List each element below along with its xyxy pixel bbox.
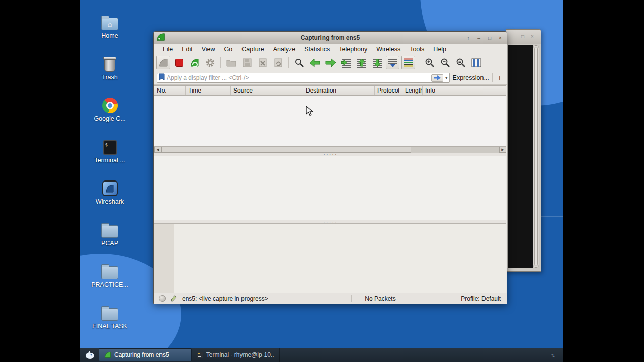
status-profile[interactable]: Profile: Default — [461, 295, 501, 302]
titlebar[interactable]: Capturing from ens5 ↑ – □ × — [154, 32, 507, 44]
find-packet-icon[interactable] — [292, 56, 306, 69]
desktop-icon-label: Terminal ... — [89, 157, 131, 164]
bookmark-icon[interactable] — [159, 73, 165, 83]
go-back-icon[interactable] — [308, 56, 321, 69]
desktop-icon-pcap[interactable]: PCAP — [89, 220, 131, 247]
column-destination[interactable]: Destination — [303, 86, 375, 95]
terminal-window[interactable]: – □ × — [506, 29, 541, 272]
go-to-packet-icon[interactable] — [339, 56, 353, 69]
display-filter-input[interactable] — [167, 74, 429, 81]
menu-wireless[interactable]: Wireless — [372, 46, 405, 53]
open-file-icon[interactable] — [224, 56, 238, 69]
folder-icon — [89, 261, 131, 279]
menu-help[interactable]: Help — [429, 46, 451, 53]
reload-file-icon[interactable] — [271, 56, 285, 69]
resize-columns-icon[interactable] — [469, 56, 483, 69]
capture-options-icon[interactable] — [203, 56, 217, 69]
add-filter-button[interactable]: + — [496, 74, 504, 82]
menu-capture[interactable]: Capture — [237, 46, 268, 53]
desktop: ⌂ Home Trash Google C... $ _ Terminal ..… — [80, 0, 564, 348]
scroll-left-icon[interactable]: ◀ — [154, 147, 162, 153]
menu-edit[interactable]: Edit — [177, 46, 197, 53]
close-icon[interactable]: × — [496, 34, 505, 42]
column-info[interactable]: Info — [423, 86, 506, 95]
zoom-out-icon[interactable] — [438, 56, 452, 69]
go-forward-icon[interactable] — [324, 56, 337, 69]
applications-menu-button[interactable] — [80, 348, 99, 362]
column-length[interactable]: Length — [403, 86, 423, 95]
hscrollbar-thumb[interactable] — [162, 147, 411, 153]
close-icon[interactable]: × — [528, 33, 536, 41]
menu-view[interactable]: View — [197, 46, 220, 53]
scroll-right-icon[interactable]: ▶ — [499, 147, 506, 153]
expression-button[interactable]: Expression... — [453, 74, 489, 81]
desktop-icon-label: Trash — [89, 74, 131, 81]
desktop-icon-practice[interactable]: PRACTICE... — [89, 261, 131, 288]
taskbar-item-terminal[interactable]: Terminal - rhyme@ip-10... — [192, 348, 280, 362]
separator — [351, 295, 352, 302]
go-last-packet-icon[interactable] — [370, 56, 384, 69]
wireshark-capture-icon — [104, 351, 111, 358]
network-traffic-icon[interactable]: ↑↓ — [551, 348, 554, 362]
restart-capture-icon[interactable] — [188, 56, 201, 69]
column-source[interactable]: Source — [231, 86, 303, 95]
chrome-icon — [89, 95, 131, 113]
wireshark-window: Capturing from ens5 ↑ – □ × File Edit Vi… — [153, 31, 507, 304]
desktop-icon-terminal[interactable]: $ _ Terminal ... — [89, 137, 131, 164]
auto-scroll-icon[interactable] — [386, 56, 399, 69]
save-file-icon[interactable] — [240, 56, 254, 69]
capture-comment-icon[interactable] — [170, 294, 177, 303]
minimize-icon[interactable]: – — [474, 34, 484, 42]
menu-go[interactable]: Go — [220, 46, 237, 53]
column-no[interactable]: No. — [154, 86, 186, 95]
main-toolbar — [154, 54, 507, 71]
display-filter-box[interactable]: ▾ — [157, 73, 450, 83]
folder-icon — [89, 303, 131, 321]
packet-list-header: No. Time Source Destination Protocol Len… — [154, 85, 506, 96]
menu-file[interactable]: File — [158, 46, 177, 53]
desktop-icon-label: Home — [89, 32, 131, 39]
column-time[interactable]: Time — [186, 86, 231, 95]
desktop-icon-label: PRACTICE... — [89, 281, 131, 288]
separator — [492, 73, 493, 82]
statusbar: ens5: <live capture in progress> No Pack… — [154, 293, 507, 304]
menu-statistics[interactable]: Statistics — [300, 46, 334, 53]
terminal-titlebar[interactable]: – □ × — [506, 30, 541, 44]
trash-icon — [89, 54, 131, 72]
whisker-menu-icon — [84, 350, 95, 359]
zoom-in-icon[interactable] — [423, 56, 436, 69]
home-folder-icon: ⌂ — [89, 12, 131, 30]
terminal-scrollbar[interactable] — [533, 45, 539, 268]
maximize-icon[interactable]: □ — [519, 33, 527, 41]
apply-filter-button[interactable] — [431, 74, 443, 82]
taskbar-item-label: Terminal - rhyme@ip-10... — [206, 351, 274, 358]
maximize-icon[interactable]: □ — [485, 34, 494, 42]
terminal-icon: $ _ — [89, 137, 131, 155]
menu-analyze[interactable]: Analyze — [269, 46, 300, 53]
stop-capture-icon[interactable] — [172, 56, 186, 69]
status-capture-text: ens5: <live capture in progress> — [182, 295, 268, 302]
shade-icon[interactable]: ↑ — [464, 34, 473, 42]
desktop-icon-trash[interactable]: Trash — [89, 54, 131, 81]
desktop-icon-home[interactable]: ⌂ Home — [89, 12, 131, 39]
desktop-icon-google-chrome[interactable]: Google C... — [89, 95, 131, 122]
terminal-icon — [197, 352, 203, 358]
filter-history-dropdown-icon[interactable]: ▾ — [445, 75, 448, 80]
expert-info-icon[interactable] — [159, 295, 166, 302]
desktop-icon-final-task[interactable]: FINAL TASK — [89, 303, 131, 330]
minimize-icon[interactable]: – — [509, 33, 517, 41]
hscrollbar-track[interactable] — [411, 147, 499, 153]
zoom-reset-icon[interactable] — [454, 56, 467, 69]
taskbar-item-label: Capturing from ens5 — [114, 351, 169, 358]
column-protocol[interactable]: Protocol — [375, 86, 403, 95]
menu-telephony[interactable]: Telephony — [334, 46, 372, 53]
taskbar-item-wireshark[interactable]: Capturing from ens5 — [99, 348, 192, 361]
close-file-icon[interactable] — [256, 56, 269, 69]
menu-tools[interactable]: Tools — [405, 46, 429, 53]
start-capture-icon[interactable] — [156, 56, 170, 69]
go-first-packet-icon[interactable] — [355, 56, 368, 69]
packet-bytes-offset-column — [154, 224, 174, 293]
desktop-icon-wireshark[interactable]: Wireshark — [89, 178, 131, 205]
menubar: File Edit View Go Capture Analyze Statis… — [154, 44, 507, 54]
colorize-packets-icon[interactable] — [401, 56, 415, 69]
